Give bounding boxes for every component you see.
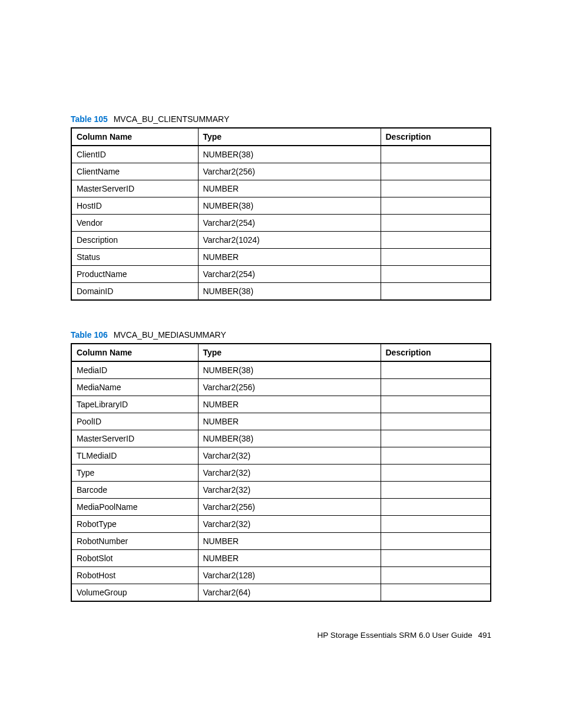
cell-type: NUMBER bbox=[198, 533, 381, 550]
table-title: MVCA_BU_CLIENTSUMMARY bbox=[114, 114, 230, 124]
table-caption-105: Table 105 MVCA_BU_CLIENTSUMMARY bbox=[71, 114, 491, 124]
table-row: RobotSlotNUMBER bbox=[71, 550, 491, 567]
table-row: MasterServerIDNUMBER(38) bbox=[71, 430, 491, 447]
page-footer: HP Storage Essentials SRM 6.0 User Guide… bbox=[0, 631, 562, 640]
table-row: VendorVarchar2(254) bbox=[71, 215, 491, 232]
table-row: PoolIDNUMBER bbox=[71, 413, 491, 430]
cell-column-name: RobotType bbox=[71, 516, 198, 533]
table-row: TypeVarchar2(32) bbox=[71, 465, 491, 482]
th-type: Type bbox=[198, 128, 381, 146]
cell-type: Varchar2(32) bbox=[198, 482, 381, 499]
cell-type: NUMBER(38) bbox=[198, 430, 381, 447]
cell-description bbox=[381, 146, 491, 163]
cell-type: Varchar2(32) bbox=[198, 465, 381, 482]
table-label: Table 106 bbox=[71, 330, 108, 340]
cell-type: NUMBER bbox=[198, 413, 381, 430]
cell-description bbox=[381, 430, 491, 447]
table-row: HostIDNUMBER(38) bbox=[71, 197, 491, 215]
cell-column-name: Type bbox=[71, 465, 198, 482]
table-label: Table 105 bbox=[71, 114, 108, 124]
table-row: RobotHostVarchar2(128) bbox=[71, 567, 491, 584]
cell-column-name: VolumeGroup bbox=[71, 584, 198, 602]
table-row: DomainIDNUMBER(38) bbox=[71, 283, 491, 301]
cell-description bbox=[381, 396, 491, 413]
cell-description bbox=[381, 361, 491, 379]
cell-column-name: MediaPoolName bbox=[71, 499, 198, 516]
th-column-name: Column Name bbox=[71, 344, 198, 361]
cell-type: Varchar2(256) bbox=[198, 379, 381, 396]
table-row: RobotTypeVarchar2(32) bbox=[71, 516, 491, 533]
schema-table-105: Column Name Type Description ClientIDNUM… bbox=[71, 127, 491, 301]
cell-description bbox=[381, 465, 491, 482]
table-row: DescriptionVarchar2(1024) bbox=[71, 232, 491, 249]
cell-description bbox=[381, 584, 491, 602]
cell-column-name: RobotSlot bbox=[71, 550, 198, 567]
cell-description bbox=[381, 197, 491, 215]
cell-description bbox=[381, 283, 491, 301]
cell-description bbox=[381, 379, 491, 396]
cell-column-name: HostID bbox=[71, 197, 198, 215]
table-row: ProductNameVarchar2(254) bbox=[71, 266, 491, 283]
cell-type: NUMBER bbox=[198, 180, 381, 197]
cell-description bbox=[381, 215, 491, 232]
cell-column-name: Vendor bbox=[71, 215, 198, 232]
cell-description bbox=[381, 232, 491, 249]
cell-column-name: MasterServerID bbox=[71, 430, 198, 447]
cell-type: NUMBER(38) bbox=[198, 146, 381, 163]
cell-type: NUMBER bbox=[198, 550, 381, 567]
table-title: MVCA_BU_MEDIASUMMARY bbox=[114, 330, 226, 340]
cell-type: Varchar2(32) bbox=[198, 516, 381, 533]
cell-description bbox=[381, 499, 491, 516]
footer-text: HP Storage Essentials SRM 6.0 User Guide bbox=[318, 631, 472, 640]
cell-description bbox=[381, 516, 491, 533]
cell-type: Varchar2(256) bbox=[198, 163, 381, 180]
th-description: Description bbox=[381, 344, 491, 361]
cell-type: NUMBER(38) bbox=[198, 361, 381, 379]
cell-type: Varchar2(32) bbox=[198, 447, 381, 465]
cell-description bbox=[381, 533, 491, 550]
cell-type: NUMBER bbox=[198, 396, 381, 413]
cell-type: NUMBER(38) bbox=[198, 283, 381, 301]
footer-page-number: 491 bbox=[478, 631, 491, 640]
cell-column-name: Status bbox=[71, 249, 198, 266]
table-row: TLMediaIDVarchar2(32) bbox=[71, 447, 491, 465]
cell-type: Varchar2(128) bbox=[198, 567, 381, 584]
table-row: MasterServerIDNUMBER bbox=[71, 180, 491, 197]
table-header-row: Column Name Type Description bbox=[71, 344, 491, 361]
cell-column-name: DomainID bbox=[71, 283, 198, 301]
cell-description bbox=[381, 550, 491, 567]
cell-column-name: Description bbox=[71, 232, 198, 249]
table-row: TapeLibraryIDNUMBER bbox=[71, 396, 491, 413]
cell-description bbox=[381, 266, 491, 283]
table-row: ClientNameVarchar2(256) bbox=[71, 163, 491, 180]
cell-column-name: ClientID bbox=[71, 146, 198, 163]
cell-column-name: PoolID bbox=[71, 413, 198, 430]
cell-column-name: ProductName bbox=[71, 266, 198, 283]
cell-column-name: TLMediaID bbox=[71, 447, 198, 465]
cell-type: NUMBER(38) bbox=[198, 197, 381, 215]
table-row: BarcodeVarchar2(32) bbox=[71, 482, 491, 499]
cell-column-name: TapeLibraryID bbox=[71, 396, 198, 413]
th-description: Description bbox=[381, 128, 491, 146]
cell-type: Varchar2(256) bbox=[198, 499, 381, 516]
cell-description bbox=[381, 447, 491, 465]
table-row: StatusNUMBER bbox=[71, 249, 491, 266]
cell-column-name: ClientName bbox=[71, 163, 198, 180]
cell-column-name: MasterServerID bbox=[71, 180, 198, 197]
cell-column-name: MediaName bbox=[71, 379, 198, 396]
cell-column-name: Barcode bbox=[71, 482, 198, 499]
th-column-name: Column Name bbox=[71, 128, 198, 146]
cell-type: Varchar2(64) bbox=[198, 584, 381, 602]
cell-type: Varchar2(254) bbox=[198, 266, 381, 283]
th-type: Type bbox=[198, 344, 381, 361]
cell-column-name: RobotHost bbox=[71, 567, 198, 584]
table-row: RobotNumberNUMBER bbox=[71, 533, 491, 550]
table-caption-106: Table 106 MVCA_BU_MEDIASUMMARY bbox=[71, 330, 491, 340]
cell-column-name: MediaID bbox=[71, 361, 198, 379]
table-header-row: Column Name Type Description bbox=[71, 128, 491, 146]
cell-description bbox=[381, 567, 491, 584]
table-row: VolumeGroupVarchar2(64) bbox=[71, 584, 491, 602]
cell-type: Varchar2(254) bbox=[198, 215, 381, 232]
cell-description bbox=[381, 413, 491, 430]
table-row: ClientIDNUMBER(38) bbox=[71, 146, 491, 163]
